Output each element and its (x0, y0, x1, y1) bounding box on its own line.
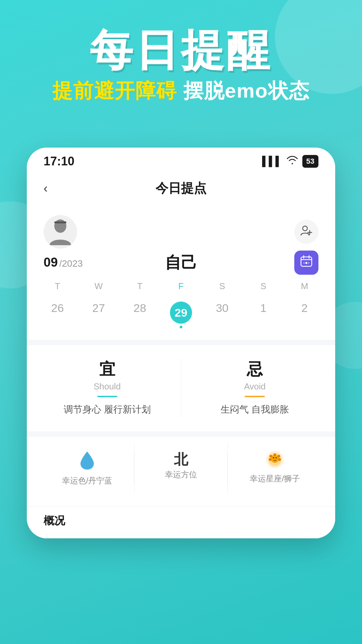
add-person-button[interactable] (294, 220, 318, 244)
lucky-star-icon (265, 450, 284, 473)
week-day-m: M (284, 281, 325, 291)
header-section: 每日提醒 提前避开障碍 摆脱emo状态 (0, 27, 362, 105)
phone-mockup: 17:10 ▌▌▌ 53 ‹ 今日提点 (27, 148, 335, 538)
calendar-icon (300, 254, 313, 271)
lucky-color-item: 幸运色/丹宁蓝 (40, 443, 134, 493)
should-avoid-section: 宜 Should 调节身心 履行新计划 忌 Avoid 生闷气 自我膨胀 (27, 340, 335, 431)
nav-title: 今日提点 (156, 180, 206, 197)
avoid-items: 生闷气 自我膨胀 (191, 401, 319, 418)
week-day-t2: T (119, 281, 161, 291)
week-day-w: W (78, 281, 119, 291)
calendar-week: T W T F S S M 26 27 28 29 30 1 2 (27, 278, 335, 340)
week-days-header: T W T F S S M (37, 281, 325, 291)
active-date-circle: 29 (170, 302, 192, 324)
active-date-dot (180, 326, 182, 328)
back-button[interactable]: ‹ (44, 181, 48, 196)
avoid-title-zh: 忌 (191, 359, 319, 380)
battery-badge: 53 (302, 155, 318, 168)
week-date-29[interactable]: 29 (161, 297, 202, 333)
svg-point-12 (278, 455, 280, 458)
avoid-title-en: Avoid (191, 381, 319, 392)
svg-point-8 (273, 457, 274, 459)
tab-overview-label[interactable]: 概况 (44, 515, 65, 527)
should-items: 调节身心 履行新计划 (44, 401, 171, 418)
should-column: 宜 Should 调节身心 履行新计划 (44, 359, 171, 418)
week-date-1[interactable]: 1 (243, 297, 284, 333)
wifi-icon (286, 156, 298, 167)
week-date-26[interactable]: 26 (37, 297, 78, 333)
week-date-2[interactable]: 2 (284, 297, 325, 333)
svg-point-4 (305, 262, 307, 264)
should-avoid-row: 宜 Should 调节身心 履行新计划 忌 Avoid 生闷气 自我膨胀 (44, 359, 318, 418)
should-title-en: Should (44, 381, 171, 392)
week-day-t1: T (37, 281, 78, 291)
lucky-star-label: 幸运星座/狮子 (250, 473, 300, 484)
week-date-28[interactable]: 28 (119, 297, 161, 333)
main-title: 每日提醒 (13, 27, 349, 74)
app-content: ‹ 今日提点 (27, 172, 335, 538)
avoid-underline (245, 396, 265, 397)
should-title-zh: 宜 (44, 359, 171, 380)
subtitle: 提前避开障碍 摆脱emo状态 (13, 77, 349, 105)
top-nav: ‹ 今日提点 (27, 172, 335, 205)
calendar-button[interactable] (294, 251, 318, 275)
signal-icon: ▌▌▌ (262, 156, 282, 167)
should-underline (97, 396, 117, 397)
status-icons: ▌▌▌ 53 (262, 155, 318, 168)
svg-point-14 (278, 458, 281, 461)
date-month: 09 (44, 255, 58, 269)
week-date-30[interactable]: 30 (201, 297, 243, 333)
svg-rect-3 (301, 257, 312, 266)
subtitle-right: 摆脱emo状态 (183, 79, 310, 102)
status-bar: 17:10 ▌▌▌ 53 (27, 148, 335, 172)
week-dates: 26 27 28 29 30 1 2 (37, 297, 325, 333)
svg-point-2 (303, 226, 307, 231)
lucky-direction-label: 幸运方位 (165, 469, 197, 480)
subtitle-left: 提前避开障碍 (52, 79, 177, 102)
add-person-icon (300, 224, 313, 240)
status-time: 17:10 (44, 154, 74, 168)
date-year: /2023 (59, 258, 83, 269)
profile-section (27, 205, 335, 252)
lucky-direction-char: 北 (174, 450, 188, 469)
avoid-column: 忌 Avoid 生闷气 自我膨胀 (191, 359, 319, 418)
avatar (44, 215, 77, 249)
lucky-section: 幸运色/丹宁蓝 北 幸运方位 (27, 431, 335, 506)
person-name: 自己 (165, 252, 197, 273)
lucky-color-icon (78, 450, 96, 475)
svg-point-13 (269, 458, 272, 461)
week-date-27[interactable]: 27 (78, 297, 119, 333)
bottom-tab: 概况 (27, 506, 335, 538)
week-day-s2: S (243, 281, 284, 291)
week-day-f: F (161, 281, 202, 291)
date-display: 09 /2023 (44, 255, 83, 270)
svg-point-10 (274, 453, 276, 456)
svg-point-11 (269, 455, 272, 458)
svg-point-9 (276, 457, 277, 459)
date-row: 09 /2023 自己 (27, 252, 335, 278)
section-divider-vertical (181, 359, 181, 418)
lucky-star-item: 幸运星座/狮子 (228, 443, 322, 493)
svg-rect-1 (54, 221, 66, 223)
lucky-direction-item: 北 幸运方位 (134, 443, 228, 493)
lucky-color-label: 幸运色/丹宁蓝 (62, 475, 113, 486)
week-day-s1: S (201, 281, 243, 291)
